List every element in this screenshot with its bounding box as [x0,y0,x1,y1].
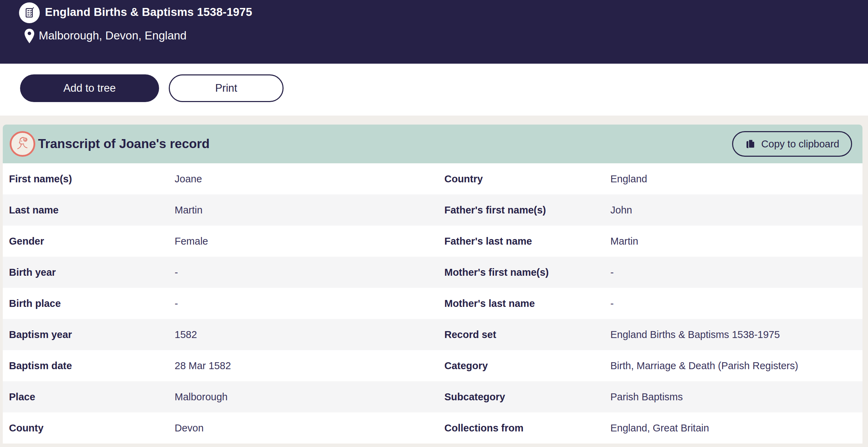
field-value: - [175,298,444,309]
field-value: 1582 [175,329,444,340]
copy-to-clipboard-label: Copy to clipboard [761,138,839,150]
field-value: Parish Baptisms [610,391,862,403]
field-label: Baptism date [9,360,175,372]
field-value: Birth, Marriage & Death (Parish Register… [610,360,862,372]
record-header: England Births & Baptisms 1538-1975 Malb… [0,0,868,64]
field-value: - [610,267,862,278]
field-value: Devon [175,422,444,434]
field-label: County [9,422,175,434]
table-row: County Devon Collections from England, G… [3,412,862,444]
table-row: Birth year - Mother's first name(s) - [3,257,862,288]
action-bar: Add to tree Print [0,64,868,116]
transcript-table: First name(s) Joane Country England Last… [3,163,862,444]
field-value: Martin [175,204,444,216]
field-label: Collections from [444,422,610,434]
field-label: Mother's last name [444,298,610,309]
field-label: Place [9,391,175,403]
field-value: Female [175,236,444,247]
field-label: Birth year [9,267,175,278]
table-row: Gender Female Father's last name Martin [3,226,862,257]
field-label: Record set [444,329,610,340]
table-row: Last name Martin Father's first name(s) … [3,194,862,226]
record-location: Malborough, Devon, England [39,29,186,42]
transcript-title: Transcript of Joane's record [38,137,210,151]
print-button[interactable]: Print [169,74,284,102]
field-label: Baptism year [9,329,175,340]
field-label: Father's last name [444,236,610,247]
record-set-icon [19,2,40,23]
location-pin-icon [23,28,36,44]
field-value: Martin [610,236,862,247]
field-label: First name(s) [9,173,175,185]
field-label: Birth place [9,298,175,309]
transcript-banner: Transcript of Joane's record Copy to cli… [3,125,862,163]
field-value: Malborough [175,391,444,403]
field-label: Last name [9,204,175,216]
field-value: England Births & Baptisms 1538-1975 [610,329,862,340]
table-row: Place Malborough Subcategory Parish Bapt… [3,381,862,412]
table-row: Birth place - Mother's last name - [3,288,862,319]
add-to-tree-button[interactable]: Add to tree [20,74,159,102]
field-label: Gender [9,236,175,247]
field-value: John [610,204,862,216]
transcript-card: Transcript of Joane's record Copy to cli… [3,125,862,444]
copy-icon [745,138,756,149]
field-value: 28 Mar 1582 [175,360,444,372]
page-title: England Births & Baptisms 1538-1975 [45,6,252,19]
field-label: Mother's first name(s) [444,267,610,278]
field-label: Country [444,173,610,185]
table-row: First name(s) Joane Country England [3,163,862,194]
field-label: Father's first name(s) [444,204,610,216]
field-value: England, Great Britain [610,422,862,434]
field-value: England [610,173,862,185]
female-profile-sketch-icon [10,131,35,157]
table-row: Baptism year 1582 Record set England Bir… [3,319,862,350]
table-row: Baptism date 28 Mar 1582 Category Birth,… [3,350,862,381]
field-label: Category [444,360,610,372]
field-value: Joane [175,173,444,185]
field-value: - [610,298,862,309]
field-label: Subcategory [444,391,610,403]
field-value: - [175,267,444,278]
copy-to-clipboard-button[interactable]: Copy to clipboard [732,131,852,157]
